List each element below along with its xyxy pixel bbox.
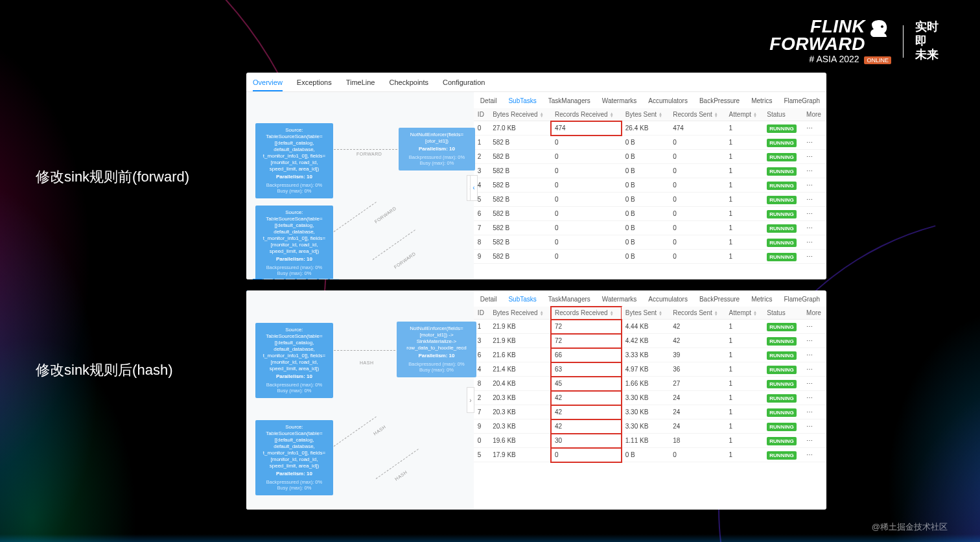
col-attempt[interactable]: Attempt▲▼ bbox=[725, 307, 764, 320]
graph-source-node-2[interactable]: Source: TableSourceScan(table=[[default_… bbox=[255, 206, 333, 279]
table-row[interactable]: 1582 B00 B01RUNNING⋯ bbox=[474, 136, 826, 150]
sort-icon[interactable]: ▲▼ bbox=[610, 112, 614, 117]
table-row[interactable]: 7582 B00 B01RUNNING⋯ bbox=[474, 221, 826, 235]
sort-icon[interactable]: ▲▼ bbox=[659, 112, 662, 117]
table-row[interactable]: 421.4 KB634.97 KB361RUNNING⋯ bbox=[474, 362, 826, 377]
top-tab-configuration[interactable]: Configuration bbox=[443, 77, 485, 91]
sort-icon[interactable]: ▲▼ bbox=[540, 311, 544, 316]
more-icon[interactable]: ⋯ bbox=[802, 178, 826, 193]
sort-icon[interactable]: ▲▼ bbox=[540, 112, 544, 117]
table-row[interactable]: 9582 B00 B01RUNNING⋯ bbox=[474, 250, 826, 264]
more-icon[interactable]: ⋯ bbox=[802, 362, 826, 377]
table-row[interactable]: 621.6 KB663.33 KB391RUNNING⋯ bbox=[474, 348, 826, 362]
col-bytes-received[interactable]: Bytes Received▲▼ bbox=[489, 307, 551, 320]
more-icon[interactable]: ⋯ bbox=[802, 121, 826, 136]
top-tab-timeline[interactable]: TimeLine bbox=[346, 77, 375, 91]
more-icon[interactable]: ⋯ bbox=[802, 348, 826, 362]
col-bytes-received[interactable]: Bytes Received▲▼ bbox=[489, 108, 551, 121]
col-records-received[interactable]: Records Received▲▼ bbox=[551, 108, 622, 121]
graph-enforcer-node-2[interactable]: NotNullEnforcer(fields=[motor_id1]) -> S… bbox=[397, 322, 476, 377]
sort-icon[interactable]: ▲▼ bbox=[753, 112, 757, 117]
graph-source-node-3[interactable]: Source: TableSourceScan(table=[[default_… bbox=[255, 323, 333, 398]
table-row[interactable]: 720.3 KB423.30 KB241RUNNING⋯ bbox=[474, 405, 826, 419]
status-badge: RUNNING bbox=[767, 366, 796, 374]
table-row[interactable]: 019.6 KB301.11 KB181RUNNING⋯ bbox=[474, 434, 826, 448]
sort-icon[interactable]: ▲▼ bbox=[610, 311, 614, 316]
sub-tab-taskmanagers[interactable]: TaskManagers bbox=[548, 96, 590, 106]
sub-tab-metrics[interactable]: Metrics bbox=[751, 294, 772, 304]
more-icon[interactable]: ⋯ bbox=[802, 334, 826, 348]
col-bytes-sent[interactable]: Bytes Sent▲▼ bbox=[622, 307, 669, 320]
top-tab-overview[interactable]: Overview bbox=[253, 77, 283, 91]
status-badge: RUNNING bbox=[767, 196, 796, 204]
sub-tab-metrics[interactable]: Metrics bbox=[751, 96, 772, 106]
table-row[interactable]: 2582 B00 B01RUNNING⋯ bbox=[474, 150, 826, 164]
more-icon[interactable]: ⋯ bbox=[802, 235, 826, 250]
more-icon[interactable]: ⋯ bbox=[802, 250, 826, 264]
status-badge: RUNNING bbox=[767, 408, 796, 417]
sort-icon[interactable]: ▲▼ bbox=[753, 311, 757, 316]
more-icon[interactable]: ⋯ bbox=[802, 419, 826, 434]
more-icon[interactable]: ⋯ bbox=[802, 405, 826, 419]
sub-tab-taskmanagers[interactable]: TaskManagers bbox=[548, 294, 590, 304]
table-row[interactable]: 220.3 KB423.30 KB241RUNNING⋯ bbox=[474, 391, 826, 405]
col-records-received[interactable]: Records Received▲▼ bbox=[551, 307, 622, 320]
col-attempt[interactable]: Attempt▲▼ bbox=[725, 108, 764, 121]
table-row[interactable]: 8582 B00 B01RUNNING⋯ bbox=[474, 235, 826, 250]
sub-tab-subtasks[interactable]: SubTasks bbox=[508, 294, 536, 304]
sub-tab-flamegraph[interactable]: FlameGraph bbox=[784, 294, 820, 304]
more-icon[interactable]: ⋯ bbox=[802, 136, 826, 150]
more-icon[interactable]: ⋯ bbox=[802, 391, 826, 405]
graph-source-node-4[interactable]: Source: TableSourceScan(table=[[default_… bbox=[255, 420, 333, 495]
sub-tab-subtasks[interactable]: SubTasks bbox=[508, 96, 536, 106]
sub-tab-accumulators[interactable]: Accumulators bbox=[648, 96, 688, 106]
graph-nav-right-2[interactable]: › bbox=[467, 387, 474, 413]
table-row[interactable]: 920.3 KB423.30 KB241RUNNING⋯ bbox=[474, 419, 826, 434]
more-icon[interactable]: ⋯ bbox=[802, 150, 826, 164]
status-badge: RUNNING bbox=[767, 153, 796, 161]
sub-tab-watermarks[interactable]: Watermarks bbox=[602, 96, 637, 106]
more-icon[interactable]: ⋯ bbox=[802, 164, 826, 178]
table-row[interactable]: 121.9 KB724.44 KB421RUNNING⋯ bbox=[474, 320, 826, 334]
sub-tab-detail[interactable]: Detail bbox=[480, 294, 497, 304]
table-row[interactable]: 820.4 KB451.66 KB271RUNNING⋯ bbox=[474, 377, 826, 391]
col-id: ID bbox=[474, 307, 489, 320]
col-bytes-sent[interactable]: Bytes Sent▲▼ bbox=[622, 108, 669, 121]
table-row[interactable]: 321.9 KB724.42 KB421RUNNING⋯ bbox=[474, 334, 826, 348]
graph-nav-left[interactable]: ‹ bbox=[470, 175, 478, 201]
col-more: More bbox=[802, 108, 826, 121]
more-icon[interactable]: ⋯ bbox=[802, 434, 826, 448]
col-id: ID bbox=[474, 108, 489, 121]
more-icon[interactable]: ⋯ bbox=[802, 377, 826, 391]
more-icon[interactable]: ⋯ bbox=[802, 193, 826, 207]
sub-tab-flamegraph[interactable]: FlameGraph bbox=[784, 96, 820, 106]
sort-icon[interactable]: ▲▼ bbox=[714, 112, 718, 117]
status-badge: RUNNING bbox=[767, 351, 796, 360]
sub-tab-watermarks[interactable]: Watermarks bbox=[602, 294, 637, 304]
sub-tab-backpressure[interactable]: BackPressure bbox=[699, 96, 740, 106]
graph-source-node-1[interactable]: Source: TableSourceScan(table=[[default_… bbox=[255, 123, 333, 198]
table-row[interactable]: 027.0 KB47426.4 KB4741RUNNING⋯ bbox=[474, 121, 826, 136]
top-tab-exceptions[interactable]: Exceptions bbox=[297, 77, 332, 91]
sub-tab-backpressure[interactable]: BackPressure bbox=[699, 294, 740, 304]
col-records-sent[interactable]: Records Sent▲▼ bbox=[669, 108, 725, 121]
status-badge: RUNNING bbox=[767, 437, 796, 445]
col-more: More bbox=[802, 307, 826, 320]
sub-tab-detail[interactable]: Detail bbox=[480, 96, 497, 106]
more-icon[interactable]: ⋯ bbox=[802, 207, 826, 221]
more-icon[interactable]: ⋯ bbox=[802, 221, 826, 235]
top-tab-checkpoints[interactable]: Checkpoints bbox=[390, 77, 429, 91]
graph-enforcer-node-1[interactable]: NotNullEnforcer(fields=[otor_id1]) Paral… bbox=[399, 128, 475, 171]
table-row[interactable]: 5582 B00 B01RUNNING⋯ bbox=[474, 193, 826, 207]
table-row[interactable]: 6582 B00 B01RUNNING⋯ bbox=[474, 207, 826, 221]
table-row[interactable]: 3582 B00 B01RUNNING⋯ bbox=[474, 164, 826, 178]
more-icon[interactable]: ⋯ bbox=[802, 448, 826, 462]
sub-tab-accumulators[interactable]: Accumulators bbox=[648, 294, 688, 304]
col-records-sent[interactable]: Records Sent▲▼ bbox=[669, 307, 725, 320]
table-row[interactable]: 4582 B00 B01RUNNING⋯ bbox=[474, 178, 826, 193]
sort-icon[interactable]: ▲▼ bbox=[714, 311, 718, 316]
bottom-glow bbox=[0, 534, 980, 542]
more-icon[interactable]: ⋯ bbox=[802, 320, 826, 334]
table-row[interactable]: 517.9 KB00 B01RUNNING⋯ bbox=[474, 448, 826, 462]
sort-icon[interactable]: ▲▼ bbox=[659, 311, 662, 316]
